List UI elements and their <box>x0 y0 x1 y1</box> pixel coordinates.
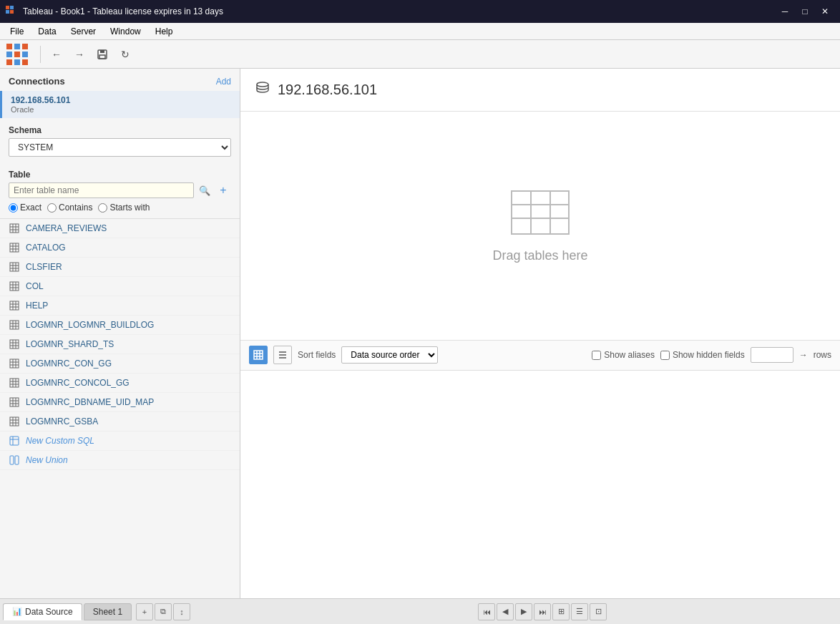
schema-label: Schema <box>0 118 240 138</box>
table-item-camera-reviews[interactable]: CAMERA_REVIEWS <box>0 219 240 238</box>
forward-button[interactable]: → <box>69 44 89 64</box>
svg-rect-77 <box>512 191 569 234</box>
show-hidden-fields-text: Show hidden fields <box>673 350 745 360</box>
filter-contains[interactable]: Contains <box>47 203 92 213</box>
svg-rect-16 <box>10 224 19 233</box>
back-button[interactable]: ← <box>47 44 67 64</box>
schema-select[interactable]: SYSTEM <box>9 138 231 157</box>
tab-data-source[interactable]: 📊 Data Source <box>3 603 82 620</box>
table-search-input[interactable] <box>9 182 194 198</box>
nav-prev-button[interactable]: ◀ <box>497 603 514 620</box>
svg-point-76 <box>257 82 268 87</box>
minimize-button[interactable]: ─ <box>776 2 794 21</box>
table-item-catalog[interactable]: CATALOG <box>0 238 240 258</box>
tab-sheet-1[interactable]: Sheet 1 <box>84 603 132 620</box>
svg-rect-5 <box>14 44 20 49</box>
data-area <box>240 371 840 599</box>
svg-rect-26 <box>10 263 19 271</box>
table-grid-icon <box>9 377 20 389</box>
connection-item[interactable]: 192.168.56.101 Oracle <box>0 91 240 118</box>
table-item-clsfier[interactable]: CLSFIER <box>0 258 240 277</box>
grid-view-button[interactable] <box>249 346 268 364</box>
table-name-col: COL <box>26 281 44 291</box>
filter-starts-with[interactable]: Starts with <box>98 203 150 213</box>
svg-rect-8 <box>14 52 20 57</box>
sheet-sort-button[interactable]: ↕ <box>173 603 190 620</box>
show-hidden-fields-label[interactable]: Show hidden fields <box>660 350 745 360</box>
svg-rect-71 <box>10 437 19 445</box>
toolbar-divider-1 <box>40 46 41 63</box>
nav-next-button[interactable]: ▶ <box>515 603 532 620</box>
table-name-logmnrc-concol-gg: LOGMNRC_CONCOL_GG <box>26 378 130 388</box>
table-name-new-union: New Union <box>26 455 68 465</box>
maximize-button[interactable]: □ <box>796 2 814 21</box>
table-item-new-union[interactable]: New Union <box>0 451 240 470</box>
nav-last-button[interactable]: ⏭ <box>534 603 551 620</box>
right-panel: 192.168.56.101 Drag tables here <box>240 69 840 598</box>
toolbar: ← → ↻ <box>0 40 840 69</box>
svg-rect-1 <box>10 6 14 9</box>
save-button[interactable] <box>92 44 112 64</box>
menu-file[interactable]: File <box>3 25 31 38</box>
table-name-logmnr-buildlog: LOGMNR_LOGMNR_BUILDLOG <box>26 320 154 330</box>
rows-arrow: → <box>799 350 808 360</box>
menu-bar: File Data Server Window Help <box>0 23 840 40</box>
connection-type: Oracle <box>11 105 231 114</box>
menu-help[interactable]: Help <box>148 25 180 38</box>
table-item-new-custom-sql[interactable]: New Custom SQL <box>0 432 240 451</box>
svg-rect-12 <box>22 59 28 65</box>
table-search-row: 🔍 + <box>9 182 231 198</box>
filter-row: Exact Contains Starts with <box>0 203 240 218</box>
refresh-button[interactable]: ↻ <box>115 44 135 64</box>
table-name-camera-reviews: CAMERA_REVIEWS <box>26 223 107 233</box>
nav-controls: ⏮ ◀ ▶ ⏭ ⊞ ☰ ⊡ <box>478 603 607 620</box>
show-hidden-fields-checkbox[interactable] <box>660 351 670 360</box>
table-item-logmnrc-con-gg[interactable]: LOGMNRC_CON_GG <box>0 354 240 374</box>
svg-rect-6 <box>22 44 28 49</box>
show-aliases-checkbox[interactable] <box>592 351 601 360</box>
add-sheet-button[interactable]: + <box>136 603 153 620</box>
svg-rect-41 <box>10 321 19 329</box>
drag-area: Drag tables here <box>240 112 840 341</box>
add-connection-link[interactable]: Add <box>216 77 231 87</box>
table-name-new-custom-sql: New Custom SQL <box>26 436 94 446</box>
app-icon <box>6 6 17 17</box>
table-item-logmnrc-dbname-uid-map[interactable]: LOGMNRC_DBNAME_UID_MAP <box>0 393 240 412</box>
table-item-logmnrc-concol-gg[interactable]: LOGMNRC_CONCOL_GG <box>0 374 240 393</box>
sort-order-select[interactable]: Data source order Alphabetical <box>341 346 438 364</box>
window-controls: ─ □ ✕ <box>776 2 834 21</box>
close-button[interactable]: ✕ <box>816 2 834 21</box>
show-aliases-label[interactable]: Show aliases <box>592 350 655 360</box>
svg-rect-31 <box>10 282 19 291</box>
table-name-logmnrc-con-gg: LOGMNRC_CON_GG <box>26 359 112 369</box>
view-fit-button[interactable]: ⊡ <box>590 603 607 620</box>
rows-input[interactable] <box>751 347 793 363</box>
table-item-col[interactable]: COL <box>0 277 240 296</box>
svg-rect-15 <box>99 55 105 59</box>
connection-header: 192.168.56.101 <box>240 69 840 112</box>
nav-first-button[interactable]: ⏮ <box>478 603 495 620</box>
menu-server[interactable]: Server <box>64 25 103 38</box>
table-name-help: HELP <box>26 301 48 311</box>
table-item-help[interactable]: HELP <box>0 296 240 316</box>
table-name-logmnr-shard-ts: LOGMNR_SHARD_TS <box>26 339 114 349</box>
table-item-logmnrc-gsba[interactable]: LOGMNRC_GSBA <box>0 412 240 432</box>
menu-data[interactable]: Data <box>31 25 63 38</box>
view-grid-button[interactable]: ⊞ <box>552 603 570 620</box>
svg-rect-11 <box>14 59 20 65</box>
add-table-button[interactable]: + <box>215 182 231 198</box>
menu-window[interactable]: Window <box>103 25 148 38</box>
table-grid-icon <box>9 223 20 234</box>
svg-rect-14 <box>100 50 104 53</box>
search-button[interactable]: 🔍 <box>197 182 213 198</box>
table-grid-icon <box>9 261 20 273</box>
duplicate-sheet-button[interactable]: ⧉ <box>155 603 172 620</box>
filter-exact[interactable]: Exact <box>9 203 41 213</box>
list-view-button[interactable] <box>273 346 292 364</box>
table-item-logmnr-shard-ts[interactable]: LOGMNR_SHARD_TS <box>0 335 240 354</box>
view-list-button[interactable]: ☰ <box>571 603 588 620</box>
connections-header: Connections Add <box>0 69 240 91</box>
table-grid-icon <box>9 358 20 369</box>
table-item-logmnr-buildlog[interactable]: LOGMNR_LOGMNR_BUILDLOG <box>0 316 240 335</box>
fields-toolbar: Sort fields Data source order Alphabetic… <box>240 341 840 371</box>
